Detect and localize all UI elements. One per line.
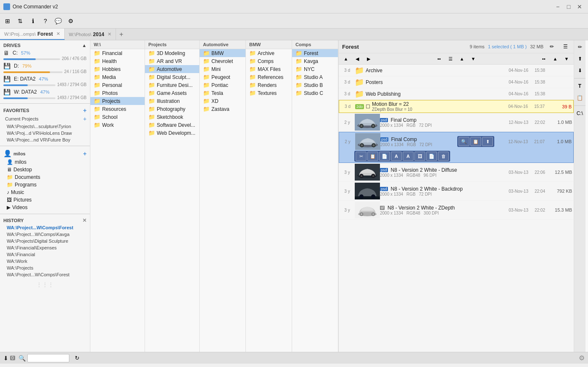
col-item-photography[interactable]: 📁Photography xyxy=(145,105,199,113)
nav-up-button[interactable]: ▲ xyxy=(340,54,351,63)
col-item-work[interactable]: 📁Work xyxy=(90,121,145,129)
user-add[interactable]: + xyxy=(83,150,87,157)
action-btn-1[interactable]: ▪▪ xyxy=(538,54,549,63)
file-checkbox[interactable]: ☐ xyxy=(366,104,370,110)
toolbar-btn-settings[interactable]: ⚙ xyxy=(65,15,76,27)
history-item-1[interactable]: WA:\Project...W\Comps\Kavga xyxy=(0,231,90,238)
sidebar-item-desktop[interactable]: 🖥 Desktop xyxy=(0,166,90,173)
rp-btn-upload[interactable]: ⬆ xyxy=(575,54,585,64)
col-item-peugeot[interactable]: 📁Peugeot xyxy=(200,73,245,81)
col-item-furnituredesign[interactable]: 📁Furniture Desi... xyxy=(145,81,199,89)
col-item-mini[interactable]: 📁Mini xyxy=(200,65,245,73)
col-item-3dmodeling[interactable]: 📁3D Modeling xyxy=(145,49,199,57)
toolbar-btn-grid[interactable]: ⊞ xyxy=(2,15,13,27)
col-item-softwaredev[interactable]: 📁Software Devel... xyxy=(145,121,199,129)
ctx-btn-cut[interactable]: ✂ xyxy=(356,152,367,161)
col-item-archive[interactable]: 📁Archive xyxy=(246,49,292,57)
file-row-finalcomp2[interactable]: 2 y xyxy=(339,132,574,163)
sidebar-item-programs[interactable]: 📁 Programs xyxy=(0,181,90,189)
file-row-webpublishing[interactable]: 3 d 📁 Web Publishing 04-Nov-16 15:38 xyxy=(339,88,574,100)
col-item-pontiac[interactable]: 📁Pontiac xyxy=(200,81,245,89)
col-item-photos[interactable]: 📁Photos xyxy=(90,89,145,97)
toolbar-btn-info[interactable]: ℹ xyxy=(27,15,39,27)
view-thumbnail-button[interactable]: ▪▪ xyxy=(434,54,445,63)
ctx-btn-thumbnail[interactable]: 🖼 xyxy=(414,152,425,161)
tab-1[interactable]: W:\Photos\ 2014 ✕ xyxy=(65,29,116,40)
tab-add-button[interactable]: + xyxy=(116,29,127,40)
col-item-media[interactable]: 📁Media xyxy=(90,73,145,81)
col-item-maxfiles[interactable]: 📁MAX Files xyxy=(246,65,292,73)
file-row-motionblur[interactable]: 3 d 2do ☐ Motion Blur = 22 ZDepth Box Bl… xyxy=(339,100,574,113)
toolbar-btn-help[interactable]: ? xyxy=(40,15,51,27)
minimize-button[interactable]: − xyxy=(553,3,563,11)
col-item-projects[interactable]: 📁Projects xyxy=(90,97,145,105)
col-item-studioc[interactable]: 📁Studio C xyxy=(292,89,338,97)
refresh-button[interactable]: ↻ xyxy=(73,354,82,363)
view-sort-desc[interactable]: ▼ xyxy=(468,54,479,63)
col-item-nyc[interactable]: 📁NYC xyxy=(292,65,338,73)
rp-btn-text[interactable]: T xyxy=(575,81,585,91)
search-input[interactable] xyxy=(27,354,69,362)
toolbar-btn-sort[interactable]: ⇅ xyxy=(14,15,26,27)
col-item-hobbies[interactable]: 📁Hobbies xyxy=(90,65,145,73)
nav-forward-button[interactable]: ▶ xyxy=(363,54,374,63)
col-item-comps-bmw[interactable]: 📁Comps xyxy=(246,57,292,65)
drive-d[interactable]: 💾 D: 79% 24 / 116 GB xyxy=(0,62,90,75)
rp-btn-edit[interactable]: ✏ xyxy=(575,42,585,52)
ctx-btn-preview[interactable]: 🔍 xyxy=(459,137,469,146)
history-item-5[interactable]: WA:\Work xyxy=(0,258,90,265)
history-item-6[interactable]: WA:\Projects xyxy=(0,265,90,271)
col-item-arandvr[interactable]: 📁AR and VR xyxy=(145,57,199,65)
col-item-bmw[interactable]: 📁BMW xyxy=(200,49,245,57)
ctx-btn-properties[interactable]: 📄 xyxy=(426,152,437,161)
col-item-webdev[interactable]: 📁Web Developm... xyxy=(145,129,199,137)
preview-edit-button[interactable]: ✏ xyxy=(547,42,557,51)
sidebar-item-music[interactable]: ♪ Music xyxy=(0,189,90,196)
col-item-kavga[interactable]: 📁Kavga xyxy=(292,57,338,65)
ctx-btn-copy-ref[interactable]: 📋 xyxy=(470,137,481,146)
toolbar-btn-chat[interactable]: 💬 xyxy=(52,15,64,27)
favorites-header[interactable]: FAVORITES + xyxy=(0,106,90,115)
current-project-2[interactable]: WA:\Projec...nd VR\Future Boy xyxy=(0,136,90,143)
user-header[interactable]: 👤 milos + xyxy=(0,149,90,158)
col-item-textures[interactable]: 📁Textures xyxy=(246,89,292,97)
view-details-button[interactable]: ☰ xyxy=(445,54,456,63)
history-item-4[interactable]: WA:\Financial xyxy=(0,251,90,258)
file-row-n8backdrop[interactable]: 3 y psd xyxy=(339,182,574,201)
col-item-school[interactable]: 📁School xyxy=(90,113,145,121)
file-row-n8zdepth[interactable]: 3 y xyxy=(339,201,574,220)
rp-btn-download[interactable]: ⬇ xyxy=(575,66,585,76)
col-item-forest[interactable]: 📁Forest xyxy=(292,49,338,57)
current-projects-add[interactable]: + xyxy=(83,115,87,122)
tab-0[interactable]: W:\Proj...omps\ Forest ✕ xyxy=(0,29,65,40)
maximize-button[interactable]: □ xyxy=(564,3,574,11)
ctx-btn-delete[interactable]: 🗑 xyxy=(438,152,449,161)
drive-e[interactable]: 💾 E: DATA2 47% 1493 / 2794 GB xyxy=(0,75,90,88)
drive-c[interactable]: 🖥 C: 57% 206 / 476 GB xyxy=(0,49,90,62)
col-item-automotive[interactable]: 📁Automotive xyxy=(145,65,199,73)
history-close-button[interactable]: ✕ xyxy=(82,218,87,223)
preview-menu-button[interactable]: ☰ xyxy=(560,42,570,51)
rp-btn-copy[interactable]: 📋 xyxy=(575,93,585,103)
action-btn-3[interactable]: ▼ xyxy=(561,54,572,63)
view-sort-asc[interactable]: ▲ xyxy=(456,54,467,63)
sidebar-item-pictures[interactable]: 🖼 Pictures xyxy=(0,196,90,204)
history-item-2[interactable]: WA:\Projects\Digital Sculpture xyxy=(0,238,90,244)
close-button[interactable]: ✕ xyxy=(575,3,585,11)
ctx-btn-rename2[interactable]: A xyxy=(403,152,414,161)
col-item-health[interactable]: 📁Health xyxy=(90,57,145,65)
file-row-archive[interactable]: 3 d 📁 Archive 04-Nov-16 15:38 xyxy=(339,65,574,76)
ctx-btn-rename[interactable]: A xyxy=(391,152,402,161)
nav-back-button[interactable]: ◀ xyxy=(352,54,363,63)
drives-header[interactable]: DRIVES ▲ xyxy=(0,42,90,49)
history-item-3[interactable]: WA:\Financial\Expenses xyxy=(0,244,90,251)
file-row-finalcomp1[interactable]: 2 y xyxy=(339,113,574,132)
action-btn-2[interactable]: ▲ xyxy=(550,54,561,63)
current-projects-header[interactable]: Current Projects + xyxy=(0,115,90,123)
col-item-studiob[interactable]: 📁Studio B xyxy=(292,81,338,89)
col-item-illustration[interactable]: 📁Illustration xyxy=(145,97,199,105)
file-row-n8diffuse[interactable]: 3 y xyxy=(339,163,574,182)
rp-btn-destination[interactable]: C:\ xyxy=(575,108,585,118)
history-header[interactable]: HISTORY ✕ xyxy=(0,217,90,224)
col-item-chevrolet[interactable]: 📁Chevrolet xyxy=(200,57,245,65)
